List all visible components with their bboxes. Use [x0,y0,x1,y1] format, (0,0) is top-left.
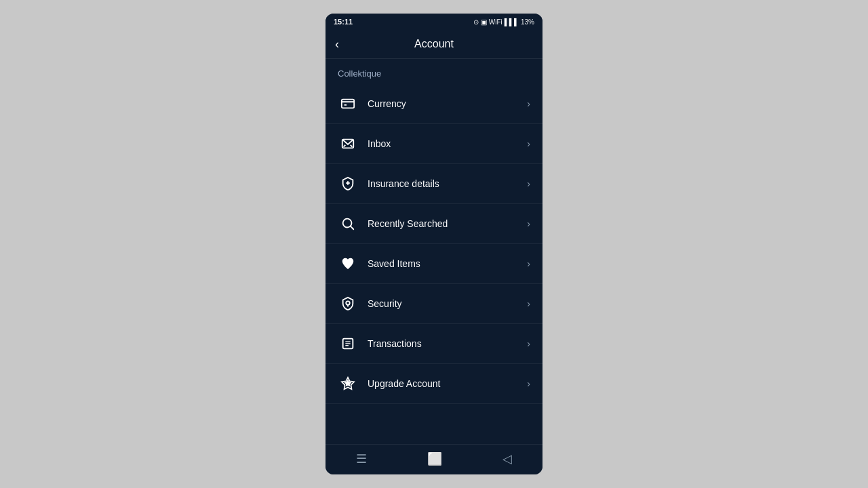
menu-item-insurance[interactable]: Insurance details › [326,164,542,204]
recently-searched-icon [338,214,358,234]
currency-icon [338,94,358,114]
saved-items-icon [338,253,358,274]
nav-back-button[interactable]: ◁ [502,451,512,466]
transactions-chevron: › [527,338,530,349]
status-bar: 15:11 ⊙ ▣ WiFi ▌▌▌ 13% [326,14,542,30]
insurance-icon [338,174,358,194]
security-icon [338,293,358,314]
svg-line-8 [351,226,354,230]
signal-icon: ▌▌▌ [505,18,519,26]
header: ‹ Account [326,30,542,59]
vibrate-icon: ▣ [481,18,487,26]
back-button[interactable]: ‹ [335,37,339,52]
battery-text: 13% [521,18,534,26]
svg-point-9 [346,301,350,305]
upgrade-account-label: Upgrade Account [368,378,527,389]
security-chevron: › [527,298,530,309]
saved-items-chevron: › [527,258,530,269]
insurance-chevron: › [527,178,530,189]
status-icons: ⊙ ▣ WiFi ▌▌▌ 13% [473,18,534,26]
menu-item-security[interactable]: Security › [326,284,542,324]
svg-marker-16 [344,380,352,387]
inbox-chevron: › [527,138,530,149]
menu-item-currency[interactable]: Currency › [326,84,542,124]
wifi-icon: WiFi [489,18,502,26]
upgrade-account-chevron: › [527,378,530,389]
security-label: Security [368,298,527,309]
menu-item-saved-items[interactable]: Saved Items › [326,244,542,284]
menu-item-upgrade-account[interactable]: Upgrade Account › [326,364,542,404]
currency-label: Currency [368,98,527,109]
insurance-label: Insurance details [368,178,527,189]
svg-line-4 [351,145,353,147]
currency-chevron: › [527,98,530,109]
phone-container: 15:11 ⊙ ▣ WiFi ▌▌▌ 13% ‹ Account Collekt… [326,14,542,474]
menu-item-recently-searched[interactable]: Recently Searched › [326,204,542,244]
svg-rect-2 [344,104,347,106]
location-icon: ⊙ [473,18,479,26]
recently-searched-label: Recently Searched [368,218,527,229]
upgrade-account-icon [338,373,358,394]
nav-menu-button[interactable]: ☰ [356,451,367,466]
header-title: Account [414,38,454,50]
status-time: 15:11 [334,18,353,26]
recently-searched-chevron: › [527,218,530,229]
inbox-label: Inbox [368,138,527,149]
bottom-nav: ☰ ⬜ ◁ [326,444,542,474]
transactions-label: Transactions [368,338,527,349]
menu-item-inbox[interactable]: Inbox › [326,124,542,164]
inbox-icon [338,134,358,154]
nav-home-button[interactable]: ⬜ [427,451,442,466]
menu-item-transactions[interactable]: Transactions › [326,324,542,364]
section-label: Collektique [326,59,542,84]
saved-items-label: Saved Items [368,258,527,269]
transactions-icon [338,333,358,354]
svg-rect-0 [342,100,354,108]
content: Collektique Currency › [326,59,542,444]
